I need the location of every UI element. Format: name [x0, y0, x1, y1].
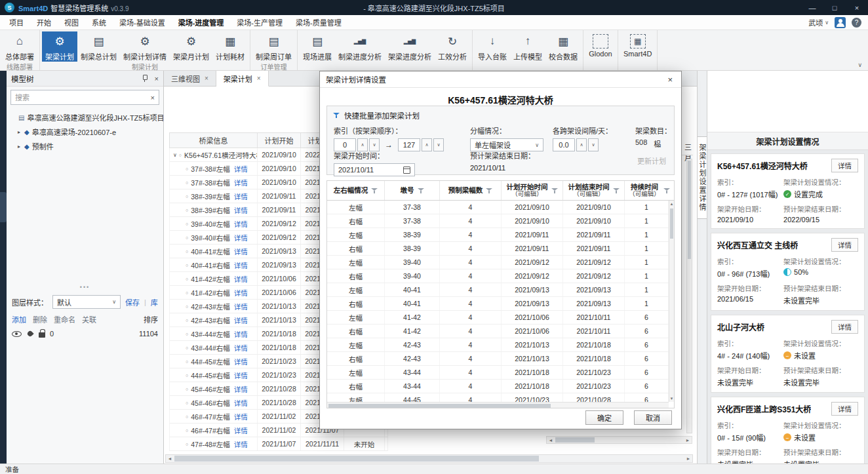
- column-header[interactable]: 计划开始: [258, 133, 301, 148]
- layer-style-select[interactable]: 默认 ∨: [52, 295, 121, 309]
- scrollbar-thumb[interactable]: [688, 161, 691, 259]
- scroll-right-icon[interactable]: ►: [684, 438, 692, 443]
- menu-item[interactable]: 项目: [3, 15, 30, 30]
- card-detail-button[interactable]: 详情: [831, 159, 858, 172]
- close-panel-icon[interactable]: ×: [155, 75, 159, 83]
- ribbon-button[interactable]: 制梁进度分析: [335, 31, 385, 62]
- end-date-cell[interactable]: 2021/10/23: [563, 366, 625, 379]
- plan-table-row[interactable]: 左幅 43-44 4 2021/10/18 2021/10/23 6: [327, 366, 669, 380]
- index-from-input[interactable]: 0: [334, 138, 356, 151]
- start-date-cell[interactable]: 2021/10/18: [502, 366, 563, 379]
- end-date-cell[interactable]: 2021/09/12: [563, 256, 625, 269]
- spin-up-icon[interactable]: ∧: [422, 138, 432, 151]
- start-date-cell[interactable]: 2021/09/11: [502, 228, 563, 241]
- maximize-button[interactable]: □: [823, 0, 846, 15]
- duration-cell[interactable]: 1: [625, 242, 669, 255]
- start-date-cell[interactable]: 2021/09/13: [502, 297, 563, 310]
- plan-detail-vertical-tab[interactable]: 架梁计划设置详情: [698, 136, 707, 219]
- row-detail-link[interactable]: 详情: [234, 288, 248, 298]
- row-detail-link[interactable]: 详情: [234, 233, 248, 243]
- row-detail-link[interactable]: 详情: [234, 343, 248, 353]
- ribbon-button[interactable]: 架梁月计划: [170, 31, 212, 62]
- close-tab-icon[interactable]: ×: [205, 75, 208, 82]
- start-date-cell[interactable]: 2021/09/10: [502, 201, 563, 214]
- ribbon-button[interactable]: 导入台账: [475, 31, 510, 62]
- menu-item[interactable]: 视图: [58, 15, 85, 30]
- row-detail-link[interactable]: 详情: [234, 412, 248, 422]
- start-date-cell[interactable]: 2021/10/13: [502, 338, 563, 351]
- paint-drop-icon[interactable]: [26, 330, 33, 337]
- plan-table-row[interactable]: 左幅 42-43 4 2021/10/13 2021/10/18 6: [327, 338, 669, 352]
- scroll-left-icon[interactable]: ◄: [547, 438, 555, 443]
- duration-cell[interactable]: 1: [625, 269, 669, 283]
- filter-funnel-icon[interactable]: [418, 188, 424, 194]
- end-date-cell[interactable]: 2021/09/11: [563, 228, 625, 241]
- row-detail-link[interactable]: 详情: [234, 191, 248, 201]
- filter-funnel-icon[interactable]: [371, 188, 378, 194]
- end-date-cell[interactable]: 2021/09/13: [563, 297, 625, 310]
- end-date-cell[interactable]: 2021/09/12: [563, 269, 625, 283]
- duration-cell[interactable]: 1: [625, 283, 669, 296]
- duration-cell[interactable]: 1: [625, 214, 669, 227]
- save-layer-link[interactable]: 保存: [125, 297, 140, 307]
- user-avatar-icon[interactable]: [835, 17, 846, 28]
- column-header[interactable]: 左右幅情况: [327, 181, 385, 200]
- row-detail-link[interactable]: 详情: [234, 370, 248, 380]
- ribbon-button[interactable]: 校合数据: [545, 31, 581, 62]
- table-vertical-scrollbar[interactable]: ▲ ▼: [669, 201, 674, 402]
- start-date-picker[interactable]: 2021/10/11: [334, 163, 415, 176]
- column-header[interactable]: 桥梁信息: [170, 133, 258, 148]
- update-plan-button[interactable]: 更新计划: [637, 155, 666, 166]
- library-link[interactable]: 库: [151, 297, 158, 307]
- layer-action-link[interactable]: 关联: [82, 314, 96, 325]
- user-menu[interactable]: 武顷∨: [808, 17, 829, 28]
- card-detail-button[interactable]: 详情: [831, 320, 858, 334]
- duration-cell[interactable]: 6: [625, 380, 669, 393]
- menu-item[interactable]: 开始: [30, 15, 58, 30]
- duration-cell[interactable]: 1: [625, 201, 669, 214]
- search-input[interactable]: [15, 94, 151, 102]
- plan-table-row[interactable]: 左幅 40-41 4 2021/09/13 2021/09/13 1: [327, 283, 669, 297]
- duration-cell[interactable]: 6: [625, 352, 669, 365]
- ribbon-button[interactable]: 制梁周订单: [252, 31, 295, 62]
- duration-cell[interactable]: 6: [625, 366, 669, 379]
- scrollbar-thumb[interactable]: [174, 456, 539, 462]
- duration-cell[interactable]: 1: [625, 297, 669, 310]
- eye-icon[interactable]: [12, 331, 22, 337]
- scroll-down-icon[interactable]: ▼: [669, 395, 674, 402]
- lock-icon[interactable]: [39, 332, 45, 338]
- plan-table-row[interactable]: 右幅 40-41 4 2021/09/13 2021/09/13 1: [327, 297, 669, 311]
- start-date-cell[interactable]: 2021/10/23: [502, 393, 563, 402]
- end-date-cell[interactable]: 2021/10/11: [563, 311, 625, 324]
- ribbon-button[interactable]: 架梁计划: [42, 31, 77, 62]
- row-detail-link[interactable]: 详情: [234, 274, 248, 284]
- ribbon-button[interactable]: 计划耗材: [212, 31, 248, 62]
- close-button[interactable]: ×: [846, 0, 868, 15]
- plan-table-row[interactable]: 左幅 38-39 4 2021/09/11 2021/09/11 1: [327, 228, 669, 242]
- start-date-cell[interactable]: 2021/09/12: [502, 269, 563, 283]
- row-detail-link[interactable]: 详情: [234, 439, 248, 449]
- menu-item[interactable]: 梁场-基础设置: [113, 15, 172, 30]
- gantt-horizontal-scrollbar[interactable]: ◄ ►: [546, 436, 692, 444]
- start-date-cell[interactable]: 2021/10/06: [502, 311, 563, 324]
- scroll-left-icon[interactable]: ◄: [166, 456, 174, 461]
- plan-table-row[interactable]: 右幅 43-44 4 2021/10/18 2021/10/23 6: [327, 380, 669, 393]
- start-date-cell[interactable]: 2021/09/12: [502, 256, 563, 269]
- ribbon-collapse-icon[interactable]: ∨: [858, 62, 862, 68]
- row-detail-link[interactable]: 详情: [234, 260, 248, 270]
- scrollbar-thumb[interactable]: [555, 437, 595, 443]
- gantt-vertical-scrollbar[interactable]: [686, 159, 692, 433]
- ribbon-button[interactable]: 架梁进度分析: [385, 31, 435, 62]
- duration-cell[interactable]: 1: [625, 228, 669, 241]
- filter-funnel-icon[interactable]: [613, 188, 620, 194]
- card-detail-button[interactable]: 详情: [831, 238, 858, 252]
- duration-cell[interactable]: 6: [625, 311, 669, 324]
- column-header[interactable]: 预制梁幅数: [440, 181, 502, 200]
- column-header[interactable]: 计划结束时间（可编辑）: [563, 181, 625, 200]
- scrollbar-thumb[interactable]: [328, 404, 551, 408]
- main-horizontal-scrollbar[interactable]: ◄ ►: [165, 454, 693, 463]
- scroll-right-icon[interactable]: ►: [684, 456, 692, 461]
- end-date-cell[interactable]: 2021/09/11: [563, 242, 625, 255]
- duration-cell[interactable]: 6: [625, 338, 669, 351]
- filter-funnel-icon[interactable]: [551, 188, 558, 194]
